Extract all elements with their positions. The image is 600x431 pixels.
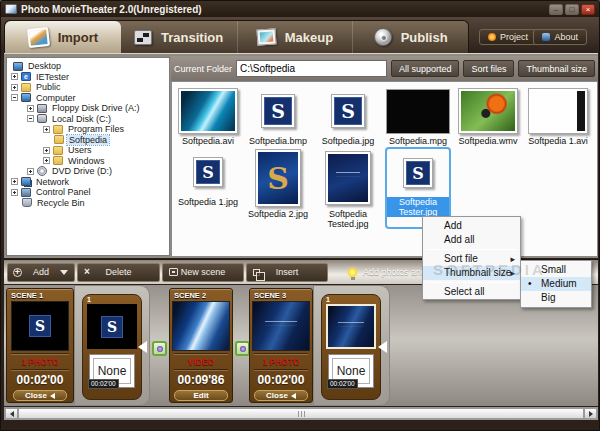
expander-plus-icon[interactable] [11, 73, 18, 80]
tree-item-control-panel[interactable]: Control Panel [7, 187, 169, 198]
black-video-thumbnail [386, 89, 450, 134]
current-folder-input[interactable] [236, 60, 387, 77]
file-tile[interactable]: S Softpedia 1.jpg [173, 147, 243, 229]
file-tile[interactable]: S Softpedia 2.jpg [243, 147, 313, 229]
import-icon [27, 26, 50, 47]
tree-item-program-files[interactable]: Program Files [7, 124, 169, 135]
about-button[interactable]: About [533, 29, 587, 45]
tree-item-public[interactable]: Public [7, 82, 169, 93]
expander-plus-icon[interactable] [11, 189, 18, 196]
tree-item-floppy[interactable]: Floppy Disk Drive (A:) [7, 103, 169, 114]
menu-item-select-all[interactable]: Select all [423, 285, 520, 299]
minimize-button[interactable]: – [549, 4, 563, 15]
photo-frame [458, 88, 518, 134]
scene3-thumbnail[interactable] [252, 301, 310, 351]
collapse-arrow-icon[interactable] [378, 341, 387, 353]
expander-plus-icon[interactable] [43, 157, 50, 164]
scene1-item-panel[interactable]: 1 S None 00:02'00 [82, 294, 142, 400]
submenu-item-big[interactable]: Big [521, 291, 591, 305]
file-tile[interactable]: Softpedia.wmv [453, 86, 523, 146]
dropdown-arrow-icon[interactable] [60, 270, 68, 275]
scroll-left-arrow[interactable] [5, 408, 18, 419]
expander-minus-icon[interactable] [27, 115, 34, 122]
scene1-thumbnail[interactable]: S [11, 301, 69, 351]
menu-item-sort-file[interactable]: Sort file [423, 252, 520, 266]
all-supported-button[interactable]: All supported [391, 60, 460, 77]
file-tile[interactable]: S Softpedia.bmp [243, 86, 313, 146]
folder-icon [53, 156, 63, 165]
scene1-item-thumbnail[interactable]: S [87, 304, 137, 349]
lightbulb-icon [348, 268, 357, 277]
tree-item-recycle-bin[interactable]: Recycle Bin [7, 198, 169, 209]
separator [174, 369, 228, 371]
tree-item-users[interactable]: Users [7, 145, 169, 156]
softpedia-logo-thumbnail: S [101, 316, 123, 338]
tree-item-ietester[interactable]: e IETester [7, 72, 169, 83]
scene3-item-panel[interactable]: 1 None 00:02'00 [321, 294, 381, 400]
file-tile[interactable]: S Softpedia.jpg [313, 86, 383, 146]
transition-none-box[interactable]: None 00:02'00 [328, 354, 374, 388]
project-button[interactable]: Project [479, 29, 537, 45]
tree-item-softpedia[interactable]: Softpedia [7, 135, 169, 146]
scene1-close-button[interactable]: Close [13, 390, 67, 401]
collapse-triangle-icon [50, 393, 55, 399]
scene1-panel[interactable]: SCENE 1 S 1 PHOTO 00:02'00 Close [6, 288, 74, 403]
thumbnail-size-button[interactable]: Thumbnail size [518, 60, 595, 77]
expander-minus-icon[interactable] [11, 94, 18, 101]
tree-item-desktop[interactable]: Desktop [7, 61, 169, 72]
expander-plus-icon[interactable] [27, 105, 34, 112]
expander-plus-icon[interactable] [11, 178, 18, 185]
transition-icon[interactable] [152, 341, 167, 356]
delete-button[interactable]: × Delete [77, 263, 160, 282]
scroll-right-arrow[interactable] [584, 408, 597, 419]
transition-icon [134, 30, 152, 45]
folder-tree: Desktop e IETester Public Computer Flopp… [6, 57, 170, 256]
scene2-thumbnail[interactable] [172, 301, 230, 351]
timeline-scrollbar[interactable] [4, 407, 598, 420]
scene3-panel[interactable]: SCENE 3 1 PHOTO 00:02'00 Close [249, 288, 313, 403]
maximize-button[interactable]: □ [565, 4, 579, 15]
menu-item-add[interactable]: Add [423, 219, 520, 233]
softpedia-logo-thumbnail: S [29, 315, 51, 337]
file-tile[interactable]: Softpedia 1.avi [523, 86, 593, 146]
collapse-arrow-icon[interactable] [138, 341, 147, 353]
file-tile[interactable]: Softpedia.avi [173, 86, 243, 146]
transition-icon[interactable] [235, 341, 250, 356]
expander-plus-icon[interactable] [11, 84, 18, 91]
transition-none-box[interactable]: None 00:02'00 [89, 354, 135, 388]
menu-item-add-all[interactable]: Add all [423, 233, 520, 247]
sort-files-button[interactable]: Sort files [463, 60, 514, 77]
folder-icon [53, 146, 63, 155]
scene3-close-button[interactable]: Close [254, 390, 308, 401]
tree-item-dvd[interactable]: DVD Drive (D:) [7, 166, 169, 177]
tree-item-windows[interactable]: Windows [7, 156, 169, 167]
tree-item-computer[interactable]: Computer [7, 93, 169, 104]
white-video-thumbnail [531, 91, 585, 131]
scrollbar-thumb[interactable] [18, 408, 584, 419]
scene3-item-thumbnail[interactable] [326, 304, 376, 349]
new-scene-icon [169, 268, 178, 276]
ietester-icon: e [21, 72, 31, 81]
tree-item-local-disk[interactable]: Local Disk (C:) [7, 114, 169, 125]
menu-item-thumbnail-size[interactable]: Thumbnail size [423, 266, 520, 280]
tab-publish[interactable]: Publish [352, 21, 468, 53]
close-button[interactable]: × [581, 4, 595, 15]
tree-item-network[interactable]: Network [7, 177, 169, 188]
submenu-item-medium[interactable]: Medium [521, 277, 591, 291]
insert-button[interactable]: Insert [246, 263, 328, 282]
tab-transition[interactable]: Transition [121, 21, 237, 53]
scene2-panel[interactable]: SCENE 2 VIDEO 00:09'86 Edit [169, 288, 233, 403]
scene2-edit-button[interactable]: Edit [174, 390, 228, 401]
tab-makeup[interactable]: Makeup [237, 21, 353, 53]
expander-plus-icon[interactable] [43, 126, 50, 133]
app-icon [5, 4, 17, 14]
add-button[interactable]: + Add [7, 263, 75, 282]
new-scene-button[interactable]: New scene [162, 263, 244, 282]
photo-frame [178, 88, 238, 134]
expander-plus-icon[interactable] [43, 147, 50, 154]
submenu-item-small[interactable]: Small [521, 263, 591, 277]
tab-import[interactable]: Import [5, 21, 121, 53]
file-tile[interactable]: Softpedia.mpg [383, 86, 453, 146]
expander-plus-icon[interactable] [27, 168, 34, 175]
file-tile[interactable]: Softpedia Tested.jpg [313, 147, 383, 229]
